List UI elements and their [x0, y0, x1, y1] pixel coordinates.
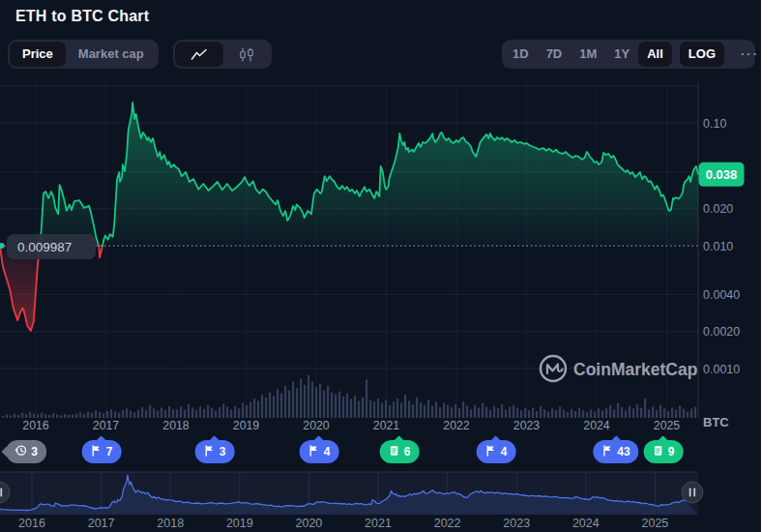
price-marketcap-toggle: Price Market cap [8, 40, 159, 69]
annotation-count: 3 [31, 445, 38, 458]
eth-btc-chart-page: ETH to BTC Chart Price Market cap [0, 0, 761, 532]
navigator-year-labels: 2016201720182019202020212022202320242025 [18, 517, 668, 530]
range-1y-button[interactable]: 1Y [605, 42, 638, 67]
annotation-badge[interactable]: 9 [644, 440, 684, 463]
annotation-badge[interactable]: 4 [300, 440, 339, 463]
flag-icon [308, 445, 320, 459]
svg-text:0.020: 0.020 [703, 202, 733, 216]
svg-text:2024: 2024 [572, 517, 600, 530]
svg-text:2025: 2025 [641, 517, 668, 530]
annotation-badge[interactable]: 7 [82, 440, 122, 463]
svg-text:2023: 2023 [503, 517, 530, 530]
price-chart-canvas[interactable]: CoinMarketCap0.0099872016201720182019202… [0, 82, 761, 433]
svg-text:2020: 2020 [303, 419, 330, 432]
range-controls: 1D 7D 1M 1Y All LOG ··· [502, 40, 755, 69]
svg-text:2017: 2017 [88, 517, 115, 530]
y-axis-labels: 0.100.0200.0100.00400.00200.0010 [703, 117, 740, 376]
line-chart-button[interactable] [175, 42, 223, 67]
current-price-badge: 0.038 [699, 163, 745, 187]
svg-text:0.010: 0.010 [703, 240, 733, 253]
flag-icon [204, 445, 216, 459]
document-icon [389, 445, 400, 459]
svg-text:2023: 2023 [513, 419, 541, 432]
svg-text:CoinMarketCap: CoinMarketCap [573, 360, 697, 379]
range-7d-button[interactable]: 7D [538, 42, 571, 67]
svg-text:2020: 2020 [295, 517, 322, 530]
annotation-badges-row: 373464439 [0, 437, 761, 468]
more-options-button[interactable]: ··· [732, 42, 761, 67]
svg-text:2024: 2024 [583, 419, 610, 432]
svg-text:2019: 2019 [233, 419, 260, 432]
flag-icon [601, 445, 613, 459]
svg-text:2021: 2021 [373, 419, 400, 432]
svg-text:2016: 2016 [22, 419, 49, 432]
svg-text:0.009987: 0.009987 [17, 240, 72, 254]
svg-text:0.038: 0.038 [706, 167, 738, 182]
chart-type-toggle [173, 40, 272, 69]
svg-text:2018: 2018 [157, 517, 184, 530]
svg-text:0.0020: 0.0020 [703, 325, 740, 339]
svg-text:2025: 2025 [654, 419, 681, 432]
history-icon [15, 444, 27, 459]
candlestick-icon [239, 47, 254, 62]
svg-text:2022: 2022 [443, 419, 470, 432]
range-all-button[interactable]: All [638, 42, 672, 67]
annotation-count: 3 [220, 445, 226, 458]
svg-text:2017: 2017 [93, 419, 120, 432]
svg-text:2022: 2022 [434, 517, 461, 530]
page-title: ETH to BTC Chart [15, 8, 149, 25]
annotation-count: 4 [324, 445, 331, 458]
price-line [0, 103, 698, 331]
price-tab[interactable]: Price [10, 42, 66, 67]
document-icon [653, 445, 664, 459]
annotation-count: 43 [617, 445, 629, 458]
log-scale-button[interactable]: LOG [680, 42, 724, 67]
range-navigator[interactable]: 2016201720182019202020212022202320242025 [0, 471, 761, 532]
svg-text:0.0010: 0.0010 [703, 363, 740, 376]
market-cap-tab[interactable]: Market cap [66, 42, 157, 67]
svg-text:0.0040: 0.0040 [703, 288, 740, 302]
svg-text:2018: 2018 [162, 419, 190, 432]
flag-icon [485, 445, 497, 459]
svg-text:2021: 2021 [365, 517, 392, 530]
svg-text:0.10: 0.10 [703, 117, 726, 131]
annotation-badge[interactable]: 43 [593, 440, 638, 463]
range-1m-button[interactable]: 1M [571, 42, 605, 67]
line-chart-icon [190, 48, 208, 61]
navigator-right-handle[interactable] [682, 482, 703, 503]
svg-text:2016: 2016 [18, 517, 45, 530]
x-axis-labels: 2016201720182019202020212022202320242025 [22, 419, 680, 432]
price-tooltip: 0.009987 [7, 234, 96, 259]
annotation-count: 9 [668, 445, 675, 458]
annotation-badge[interactable]: 3 [6, 440, 46, 463]
annotation-badge[interactable]: 3 [195, 440, 235, 463]
annotation-badge[interactable]: 4 [477, 440, 516, 463]
annotation-count: 7 [106, 445, 113, 458]
annotation-count: 4 [501, 445, 508, 458]
annotation-count: 6 [404, 445, 411, 458]
flag-icon [91, 445, 102, 459]
candlestick-button[interactable] [223, 42, 270, 67]
range-1d-button[interactable]: 1D [504, 42, 538, 67]
quote-unit-label: BTC [703, 415, 729, 429]
svg-text:2019: 2019 [226, 517, 253, 530]
annotation-badge[interactable]: 6 [380, 440, 420, 463]
